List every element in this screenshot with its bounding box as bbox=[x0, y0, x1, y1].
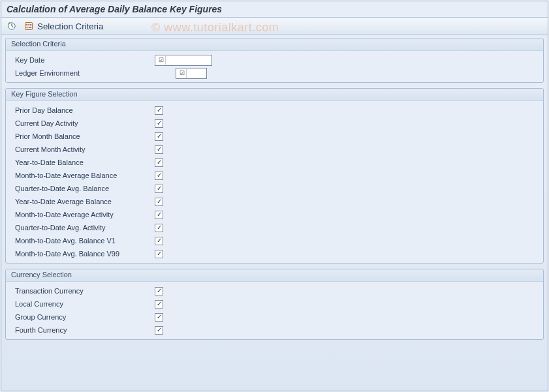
checkbox[interactable]: ✓ bbox=[155, 313, 163, 322]
checkbox[interactable]: ✓ bbox=[155, 106, 163, 115]
label-key-date: Key Date bbox=[12, 56, 155, 64]
checkbox[interactable]: ✓ bbox=[155, 145, 163, 154]
search-help-icon[interactable]: ☑ bbox=[178, 69, 187, 78]
checkbox[interactable]: ✓ bbox=[155, 119, 163, 128]
list-item: Prior Day Balance✓ bbox=[12, 104, 543, 117]
list-item: Month-to-Date Average Balance✓ bbox=[12, 169, 543, 182]
row-label: Year-to-Date Balance bbox=[12, 158, 155, 166]
title-bar: Calculation of Average Daily Balance Key… bbox=[1, 1, 548, 18]
list-item: Transaction Currency✓ bbox=[12, 284, 543, 297]
row-label: Current Month Activity bbox=[12, 145, 155, 153]
checkbox[interactable]: ✓ bbox=[155, 172, 163, 180]
list-item: Quarter-to-Date Avg. Activity✓ bbox=[12, 221, 543, 234]
row-key-date: Key Date ☑ bbox=[12, 53, 543, 67]
row-label: Year-to-Date Average Balance bbox=[12, 198, 155, 205]
list-item: Group Currency✓ bbox=[12, 310, 543, 324]
list-item: Fourth Currency✓ bbox=[12, 324, 543, 337]
group-body-key-figure: Prior Day Balance✓Current Day Activity✓P… bbox=[6, 101, 543, 263]
checkbox[interactable]: ✓ bbox=[155, 237, 163, 245]
checkbox[interactable]: ✓ bbox=[155, 287, 163, 295]
checkbox[interactable]: ✓ bbox=[155, 132, 163, 141]
group-key-figure-selection: Key Figure Selection Prior Day Balance✓C… bbox=[5, 88, 544, 264]
group-body-currency: Transaction Currency✓Local Currency✓Grou… bbox=[6, 282, 543, 339]
checkbox[interactable]: ✓ bbox=[155, 211, 163, 219]
selection-criteria-button[interactable]: Selection Criteria bbox=[21, 20, 106, 33]
checkbox[interactable]: ✓ bbox=[155, 158, 163, 167]
ledger-environment-input[interactable]: ☑ bbox=[176, 68, 207, 79]
group-header-selection-criteria: Selection Criteria bbox=[6, 38, 543, 51]
clock-execute-icon bbox=[7, 22, 16, 31]
row-label: Group Currency bbox=[12, 313, 155, 321]
group-currency-selection: Currency Selection Transaction Currency✓… bbox=[5, 269, 544, 340]
svg-point-6 bbox=[30, 24, 31, 25]
svg-rect-1 bbox=[25, 23, 33, 30]
list-item: Current Day Activity✓ bbox=[12, 117, 543, 130]
list-item: Year-to-Date Balance✓ bbox=[12, 156, 543, 169]
group-body-selection-criteria: Key Date ☑ Ledger Environment ☑ bbox=[6, 51, 543, 82]
list-item: Month-to-Date Average Activity✓ bbox=[12, 208, 543, 221]
row-label: Local Currency bbox=[12, 300, 155, 308]
list-item: Prior Month Balance✓ bbox=[12, 130, 543, 143]
list-item: Quarter-to-Date Avg. Balance✓ bbox=[12, 182, 543, 195]
checkbox[interactable]: ✓ bbox=[155, 185, 163, 193]
row-label: Quarter-to-Date Avg. Activity bbox=[12, 224, 155, 232]
row-label: Prior Month Balance bbox=[12, 132, 155, 140]
key-date-input[interactable]: ☑ bbox=[155, 55, 212, 66]
svg-point-4 bbox=[26, 24, 27, 25]
group-selection-criteria: Selection Criteria Key Date ☑ Ledger Env… bbox=[5, 38, 544, 83]
svg-point-8 bbox=[29, 27, 31, 28]
list-item: Local Currency✓ bbox=[12, 297, 543, 310]
row-label: Month-to-Date Avg. Balance V99 bbox=[12, 250, 155, 258]
toolbar: Selection Criteria bbox=[1, 18, 548, 35]
checkbox[interactable]: ✓ bbox=[155, 300, 163, 309]
checkbox[interactable]: ✓ bbox=[155, 198, 163, 206]
row-label: Fourth Currency bbox=[12, 326, 155, 334]
row-label: Month-to-Date Avg. Balance V1 bbox=[12, 237, 155, 245]
group-header-key-figure: Key Figure Selection bbox=[6, 89, 543, 101]
row-label: Month-to-Date Average Balance bbox=[12, 172, 155, 179]
list-item: Month-to-Date Avg. Balance V1✓ bbox=[12, 234, 543, 247]
label-ledger-environment: Ledger Environment bbox=[12, 69, 155, 77]
svg-point-5 bbox=[28, 24, 29, 25]
execute-button[interactable] bbox=[5, 20, 18, 33]
checkbox[interactable]: ✓ bbox=[155, 250, 163, 258]
list-item: Current Month Activity✓ bbox=[12, 143, 543, 156]
row-label: Month-to-Date Average Activity bbox=[12, 211, 155, 219]
selection-criteria-toolbar-label: Selection Criteria bbox=[37, 22, 103, 31]
row-label: Prior Day Balance bbox=[12, 106, 155, 114]
checkbox[interactable]: ✓ bbox=[155, 224, 163, 232]
group-header-currency: Currency Selection bbox=[6, 269, 543, 282]
page-title: Calculation of Average Daily Balance Key… bbox=[7, 4, 542, 14]
abacus-icon bbox=[24, 22, 33, 31]
svg-point-7 bbox=[27, 27, 28, 28]
row-label: Quarter-to-Date Avg. Balance bbox=[12, 185, 155, 192]
list-item: Year-to-Date Average Balance✓ bbox=[12, 195, 543, 208]
list-item: Month-to-Date Avg. Balance V99✓ bbox=[12, 247, 543, 260]
checkbox[interactable]: ✓ bbox=[155, 326, 163, 335]
row-label: Transaction Currency bbox=[12, 287, 155, 295]
row-ledger-environment: Ledger Environment ☑ bbox=[12, 67, 543, 80]
row-label: Current Day Activity bbox=[12, 119, 155, 127]
search-help-icon[interactable]: ☑ bbox=[157, 56, 166, 65]
